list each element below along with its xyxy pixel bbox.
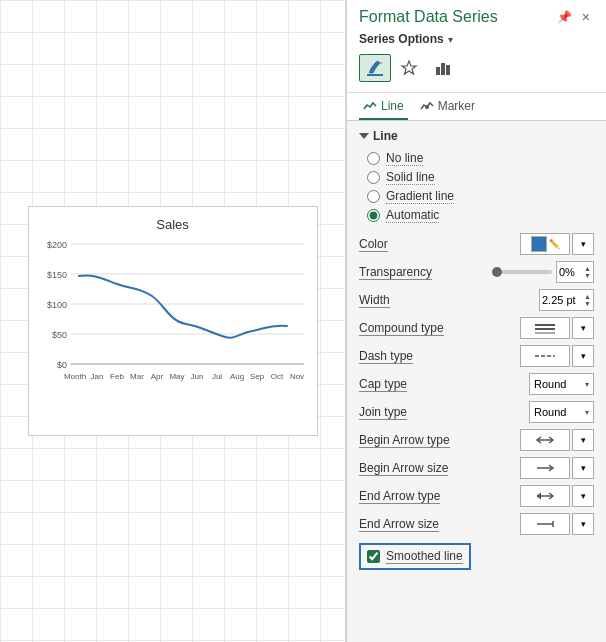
cap-type-control: Round ▾ [529, 373, 594, 395]
cap-type-arrow-icon: ▾ [585, 380, 589, 389]
end-arrow-type-btn[interactable] [520, 485, 570, 507]
svg-text:Jun: Jun [190, 372, 203, 381]
fill-color-icon-btn[interactable] [359, 54, 391, 82]
line-tab[interactable]: Line [359, 93, 408, 120]
width-input[interactable]: 2.25 pt ▲ ▼ [539, 289, 594, 311]
join-type-row: Join type Round ▾ [359, 401, 594, 423]
begin-arrow-size-btn[interactable] [520, 457, 570, 479]
end-arrow-size-control: ▾ [520, 513, 594, 535]
svg-text:$0: $0 [56, 360, 66, 370]
width-up-arrow[interactable]: ▲ [584, 293, 591, 300]
series-options-arrow[interactable]: ▾ [448, 34, 453, 45]
color-control: ✏️ ▾ [520, 233, 594, 255]
dash-type-control: ▾ [520, 345, 594, 367]
svg-text:$100: $100 [46, 300, 66, 310]
begin-arrow-type-icon [535, 435, 555, 445]
begin-arrow-type-btn[interactable] [520, 429, 570, 451]
gradient-line-option[interactable]: Gradient line [367, 189, 594, 204]
transparency-value-text: 0% [559, 266, 575, 278]
format-panel: Format Data Series 📌 × Series Options ▾ [346, 0, 606, 642]
cap-type-value: Round [534, 378, 566, 390]
color-dropdown-btn[interactable]: ▾ [572, 233, 594, 255]
begin-arrow-size-arrow[interactable]: ▾ [572, 457, 594, 479]
icon-row [359, 50, 594, 88]
chart-area: Sales $200 $150 $100 $50 $0 Mont [0, 0, 346, 642]
svg-point-28 [425, 105, 429, 109]
begin-arrow-type-control: ▾ [520, 429, 594, 451]
begin-arrow-size-label: Begin Arrow size [359, 461, 520, 475]
smoothed-line-label[interactable]: Smoothed line [386, 549, 463, 564]
series-options-icon-btn[interactable] [427, 54, 459, 82]
automatic-option[interactable]: Automatic [367, 208, 594, 223]
end-arrow-size-arrow[interactable]: ▾ [572, 513, 594, 535]
svg-text:Feb: Feb [110, 372, 124, 381]
solid-line-option[interactable]: Solid line [367, 170, 594, 185]
transparency-down-arrow[interactable]: ▼ [584, 272, 591, 279]
pin-icon[interactable]: 📌 [557, 10, 572, 24]
width-control: 2.25 pt ▲ ▼ [539, 289, 594, 311]
begin-arrow-size-icon [535, 463, 555, 473]
svg-text:Aug: Aug [229, 372, 243, 381]
no-line-radio[interactable] [367, 152, 380, 165]
color-picker-btn[interactable]: ✏️ [520, 233, 570, 255]
panel-title-row: Format Data Series 📌 × [359, 8, 594, 26]
svg-text:May: May [169, 372, 184, 381]
dash-type-btn[interactable] [520, 345, 570, 367]
end-arrow-size-btn[interactable] [520, 513, 570, 535]
automatic-label[interactable]: Automatic [386, 208, 439, 223]
smoothed-line-row[interactable]: Smoothed line [359, 543, 471, 570]
svg-text:Mar: Mar [130, 372, 144, 381]
svg-text:Jul: Jul [211, 372, 221, 381]
svg-text:Apr: Apr [150, 372, 163, 381]
no-line-label[interactable]: No line [386, 151, 423, 166]
width-down-arrow[interactable]: ▼ [584, 300, 591, 307]
end-arrow-type-arrow[interactable]: ▾ [572, 485, 594, 507]
join-type-select[interactable]: Round ▾ [529, 401, 594, 423]
no-line-option[interactable]: No line [367, 151, 594, 166]
join-type-arrow-icon: ▾ [585, 408, 589, 417]
smoothed-line-checkbox[interactable] [367, 550, 380, 563]
begin-arrow-type-arrow[interactable]: ▾ [572, 429, 594, 451]
line-section-header[interactable]: Line [359, 129, 594, 143]
width-spinners: ▲ ▼ [584, 293, 591, 307]
close-button[interactable]: × [578, 9, 594, 25]
compound-type-arrow[interactable]: ▾ [572, 317, 594, 339]
svg-text:Nov: Nov [289, 372, 303, 381]
compound-type-control: ▾ [520, 317, 594, 339]
end-arrow-size-label: End Arrow size [359, 517, 520, 531]
svg-marker-24 [402, 61, 416, 74]
section-title: Line [373, 129, 398, 143]
transparency-slider[interactable] [492, 270, 552, 274]
gradient-line-label[interactable]: Gradient line [386, 189, 454, 204]
dash-type-row: Dash type ▾ [359, 345, 594, 367]
gradient-line-radio[interactable] [367, 190, 380, 203]
marker-tab[interactable]: Marker [416, 93, 479, 120]
solid-line-radio[interactable] [367, 171, 380, 184]
end-arrow-size-row: End Arrow size ▾ [359, 513, 594, 535]
chart-inner: $200 $150 $100 $50 $0 Month Jan Feb M [39, 236, 307, 411]
transparency-control: 0% ▲ ▼ [492, 261, 594, 283]
compound-type-btn[interactable] [520, 317, 570, 339]
svg-text:$150: $150 [46, 270, 66, 280]
join-type-control: Round ▾ [529, 401, 594, 423]
solid-line-label[interactable]: Solid line [386, 170, 435, 185]
cap-type-label: Cap type [359, 377, 529, 391]
cap-type-select[interactable]: Round ▾ [529, 373, 594, 395]
dash-type-arrow[interactable]: ▾ [572, 345, 594, 367]
transparency-up-arrow[interactable]: ▲ [584, 265, 591, 272]
begin-arrow-type-label: Begin Arrow type [359, 433, 520, 447]
panel-body: Line No line Solid line Gradient line Au… [347, 121, 606, 642]
svg-text:$50: $50 [51, 330, 66, 340]
transparency-label: Transparency [359, 265, 492, 279]
slider-thumb[interactable] [492, 267, 502, 277]
automatic-radio[interactable] [367, 209, 380, 222]
end-arrow-type-icon [535, 491, 555, 501]
color-label: Color [359, 237, 520, 251]
color-swatch [531, 236, 547, 252]
marker-tab-label: Marker [438, 99, 475, 113]
transparency-value[interactable]: 0% ▲ ▼ [556, 261, 594, 283]
svg-rect-25 [436, 67, 440, 75]
effects-icon-btn[interactable] [393, 54, 425, 82]
svg-rect-23 [367, 74, 383, 76]
chart-title: Sales [39, 217, 307, 232]
